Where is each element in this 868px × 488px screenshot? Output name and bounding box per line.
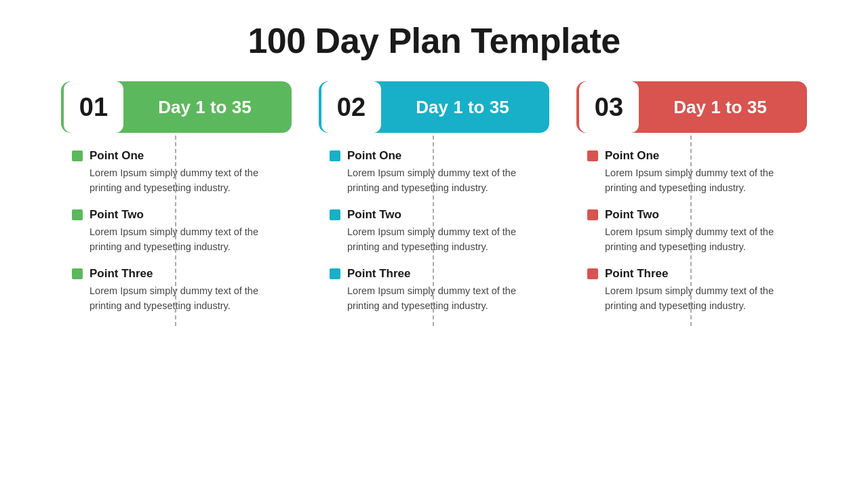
list-item: Point TwoLorem Ipsum simply dummy text o… xyxy=(587,208,807,255)
page: 100 Day Plan Template 01Day 1 to 35Point… xyxy=(0,0,868,488)
point-body-text: Lorem Ipsum simply dummy text of the pri… xyxy=(587,224,807,255)
points-list-col2: Point OneLorem Ipsum simply dummy text o… xyxy=(319,149,549,326)
point-title-row-2-0: Point One xyxy=(587,149,807,163)
list-item: Point OneLorem Ipsum simply dummy text o… xyxy=(587,149,807,196)
list-item: Point ThreeLorem Ipsum simply dummy text… xyxy=(72,267,292,314)
point-title-text: Point One xyxy=(605,149,659,163)
point-square-icon xyxy=(72,268,83,279)
point-title-row-1-1: Point Two xyxy=(330,208,549,222)
list-item: Point OneLorem Ipsum simply dummy text o… xyxy=(330,149,549,196)
list-item: Point TwoLorem Ipsum simply dummy text o… xyxy=(330,208,549,255)
badge-number-col2: 02 xyxy=(321,81,381,133)
point-title-row-0-1: Point Two xyxy=(72,208,292,222)
points-list-col1: Point OneLorem Ipsum simply dummy text o… xyxy=(61,149,292,326)
point-title-text: Point Three xyxy=(347,267,411,281)
point-square-icon xyxy=(587,209,598,220)
point-title-text: Point One xyxy=(347,149,401,163)
point-title-row-0-0: Point One xyxy=(72,149,292,163)
point-square-icon xyxy=(330,268,340,279)
column-col1: 01Day 1 to 35Point OneLorem Ipsum simply… xyxy=(47,81,305,326)
point-title-text: Point Two xyxy=(347,208,401,222)
point-title-text: Point One xyxy=(90,149,144,163)
point-square-icon xyxy=(72,150,83,161)
point-title-row-2-2: Point Three xyxy=(587,267,807,281)
badge-number-col1: 01 xyxy=(64,81,123,133)
badge-label-col3: Day 1 to 35 xyxy=(642,97,807,118)
point-body-text: Lorem Ipsum simply dummy text of the pri… xyxy=(330,283,549,314)
point-title-text: Point Three xyxy=(605,267,669,281)
point-body-text: Lorem Ipsum simply dummy text of the pri… xyxy=(587,283,807,314)
point-body-text: Lorem Ipsum simply dummy text of the pri… xyxy=(72,165,292,196)
points-list-col3: Point OneLorem Ipsum simply dummy text o… xyxy=(576,149,807,326)
badge-label-col2: Day 1 to 35 xyxy=(384,97,549,118)
column-col2: 02Day 1 to 35Point OneLorem Ipsum simply… xyxy=(305,81,563,326)
point-title-text: Point Three xyxy=(90,267,153,281)
badge-label-col1: Day 1 to 35 xyxy=(126,97,292,118)
point-title-row-1-0: Point One xyxy=(330,149,549,163)
point-body-text: Lorem Ipsum simply dummy text of the pri… xyxy=(330,165,549,196)
point-body-text: Lorem Ipsum simply dummy text of the pri… xyxy=(587,165,807,196)
list-item: Point ThreeLorem Ipsum simply dummy text… xyxy=(587,267,807,314)
badge-number-col3: 03 xyxy=(579,81,639,133)
point-square-icon xyxy=(72,209,83,220)
point-square-icon xyxy=(330,150,340,161)
point-title-text: Point Two xyxy=(605,208,659,222)
point-square-icon xyxy=(587,150,598,161)
point-body-text: Lorem Ipsum simply dummy text of the pri… xyxy=(72,283,292,314)
columns-container: 01Day 1 to 35Point OneLorem Ipsum simply… xyxy=(27,81,841,326)
point-body-text: Lorem Ipsum simply dummy text of the pri… xyxy=(72,224,292,255)
page-title: 100 Day Plan Template xyxy=(248,20,620,61)
point-title-row-2-1: Point Two xyxy=(587,208,807,222)
point-title-text: Point Two xyxy=(90,208,144,222)
point-square-icon xyxy=(587,268,598,279)
list-item: Point OneLorem Ipsum simply dummy text o… xyxy=(72,149,292,196)
point-square-icon xyxy=(330,209,340,220)
list-item: Point TwoLorem Ipsum simply dummy text o… xyxy=(72,208,292,255)
badge-col1: 01Day 1 to 35 xyxy=(61,81,292,133)
badge-col3: 03Day 1 to 35 xyxy=(576,81,807,133)
list-item: Point ThreeLorem Ipsum simply dummy text… xyxy=(330,267,549,314)
point-title-row-1-2: Point Three xyxy=(330,267,549,281)
point-body-text: Lorem Ipsum simply dummy text of the pri… xyxy=(330,224,549,255)
column-col3: 03Day 1 to 35Point OneLorem Ipsum simply… xyxy=(563,81,821,326)
point-title-row-0-2: Point Three xyxy=(72,267,292,281)
badge-col2: 02Day 1 to 35 xyxy=(319,81,549,133)
